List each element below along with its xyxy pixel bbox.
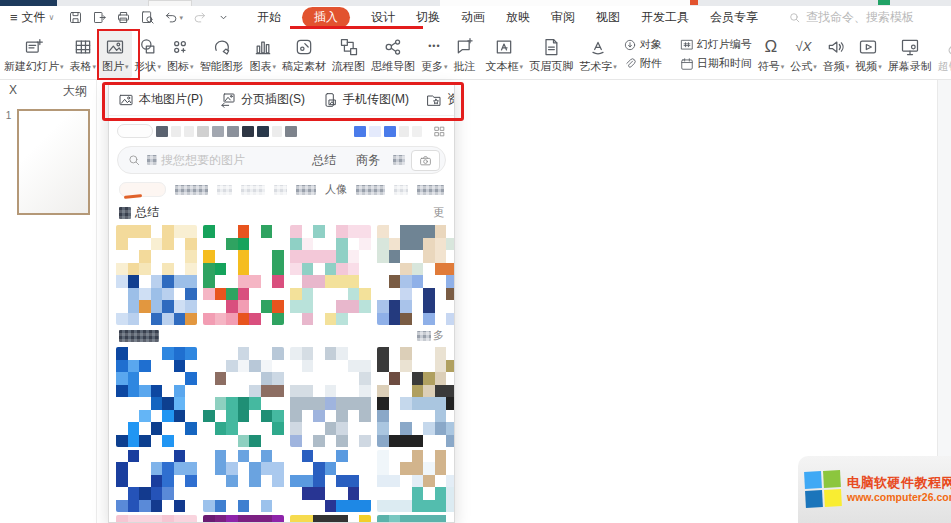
stock-image-thumbnail[interactable]: [116, 347, 197, 447]
grid-view-icon[interactable]: [433, 125, 446, 138]
slide-thumbnail[interactable]: [17, 109, 90, 215]
stock-image-thumbnail[interactable]: [116, 225, 197, 325]
file-menu[interactable]: 文件 ∨: [22, 9, 55, 26]
category-tab-censored[interactable]: [412, 126, 422, 137]
ribbon-图表-button[interactable]: 图表▾: [247, 30, 280, 78]
stock-image-thumbnail[interactable]: [203, 450, 284, 512]
category-tab-censored[interactable]: [354, 126, 366, 137]
ribbon-日期和时间[interactable]: 日期和时间: [680, 56, 752, 71]
save-button[interactable]: [68, 10, 83, 25]
ribbon-稿定素材-button[interactable]: 稿定素材: [279, 30, 329, 78]
tab-开发工具[interactable]: 开发工具: [641, 9, 689, 26]
ribbon-视频-button[interactable]: 视频▾: [852, 30, 885, 78]
category-tab-censored[interactable]: [171, 126, 181, 137]
tab-会员专享[interactable]: 会员专享: [710, 9, 758, 26]
category-tab-censored[interactable]: [257, 126, 269, 137]
hamburger-icon[interactable]: ≡: [10, 10, 18, 25]
stock-image-thumbnail[interactable]: [290, 225, 371, 325]
slides-tab[interactable]: X: [9, 83, 17, 100]
quick-tag[interactable]: 总结: [305, 152, 343, 169]
stock-image-thumbnail[interactable]: [203, 225, 284, 325]
ribbon-音频-button[interactable]: 音频▾: [820, 30, 853, 78]
ribbon-智能图形-button[interactable]: 智能图形: [197, 30, 247, 78]
ribbon-屏幕录制-button[interactable]: 屏幕录制: [885, 30, 935, 78]
section-more-link[interactable]: 更: [433, 205, 444, 220]
tab-动画[interactable]: 动画: [461, 9, 485, 26]
undo-button[interactable]: ▾: [164, 10, 183, 25]
stock-image-thumbnail[interactable]: [116, 515, 197, 523]
category-tab-censored[interactable]: [272, 126, 282, 137]
ribbon-超链接-button[interactable]: 超链接▾: [935, 30, 951, 78]
outline-tab[interactable]: 大纲: [63, 83, 87, 100]
ribbon-幻灯片编号[interactable]: 幻灯片编号: [680, 37, 752, 52]
category-tab-pill[interactable]: [117, 124, 153, 138]
ribbon-形状-button[interactable]: 形状▾: [132, 30, 165, 78]
stock-image-thumbnail[interactable]: [377, 347, 455, 447]
menu-item-本地图片(P)[interactable]: 本地图片(P): [118, 91, 203, 108]
filter-chip-censored[interactable]: [417, 185, 444, 195]
stock-image-thumbnail[interactable]: [377, 450, 455, 512]
filter-chip-censored[interactable]: [394, 185, 408, 195]
category-tab-censored[interactable]: [369, 126, 381, 137]
command-search[interactable]: 查找命令、搜索模板: [788, 9, 914, 26]
ribbon-页眉页脚-button[interactable]: 页眉页脚: [526, 30, 576, 78]
tab-设计[interactable]: 设计: [371, 9, 395, 26]
search-by-image-button[interactable]: [411, 150, 440, 171]
tab-开始[interactable]: 开始: [257, 9, 281, 26]
stock-image-thumbnail[interactable]: [203, 347, 284, 447]
ribbon-公式-button[interactable]: √X公式▾: [787, 30, 820, 78]
filter-chip-censored[interactable]: [356, 185, 385, 195]
redo-button[interactable]: [192, 10, 207, 25]
category-tab-censored[interactable]: [212, 126, 224, 137]
ribbon-图标-button[interactable]: 图标▾: [164, 30, 197, 78]
category-tab-censored[interactable]: [184, 126, 194, 137]
ribbon-批注-button[interactable]: 批注: [451, 30, 479, 78]
menu-item-手机传图(M)[interactable]: 手机传图(M): [322, 91, 409, 108]
ribbon-表格-button[interactable]: 表格▾: [67, 30, 100, 78]
tab-切换[interactable]: 切换: [416, 9, 440, 26]
filter-chip-人像[interactable]: 人像: [325, 182, 347, 197]
tab-审阅[interactable]: 审阅: [551, 9, 575, 26]
stock-image-thumbnail[interactable]: [377, 225, 455, 325]
ribbon-符号-button[interactable]: Ω符号▾: [755, 30, 788, 78]
collapse-button[interactable]: [216, 10, 231, 25]
category-tab-censored[interactable]: [285, 126, 297, 137]
category-tab-censored[interactable]: [156, 126, 168, 137]
ribbon-图片-button[interactable]: 图片▾: [99, 30, 132, 78]
category-tab-censored[interactable]: [227, 126, 239, 137]
ribbon-对象[interactable]: 对象: [623, 37, 670, 52]
undo-dropdown-icon[interactable]: ▾: [179, 14, 183, 21]
tab-放映[interactable]: 放映: [506, 9, 530, 26]
stock-image-thumbnail[interactable]: [377, 515, 455, 523]
ribbon-文本框-button[interactable]: 文本框▾: [483, 30, 527, 78]
stock-image-thumbnail[interactable]: [290, 347, 371, 447]
tab-插入[interactable]: 插入: [302, 7, 350, 28]
filter-chip-censored[interactable]: [274, 185, 288, 195]
filter-chip-censored[interactable]: [175, 185, 208, 195]
menu-item-分页插图(S)[interactable]: 分页插图(S): [220, 91, 305, 108]
print-button[interactable]: [116, 10, 131, 25]
stock-image-thumbnail[interactable]: [203, 515, 284, 523]
stock-image-thumbnail[interactable]: [290, 450, 371, 512]
filter-chip-censored[interactable]: [241, 185, 264, 195]
category-tab-censored[interactable]: [384, 126, 396, 137]
category-tab-censored[interactable]: [242, 126, 254, 137]
export-button[interactable]: [92, 10, 107, 25]
ribbon-流程图-button[interactable]: 流程图: [329, 30, 368, 78]
category-tab-censored[interactable]: [197, 126, 209, 137]
menu-item-资源夹图片[interactable]: 资源夹图片: [426, 91, 455, 108]
ribbon-附件[interactable]: 附件: [623, 56, 670, 71]
stock-image-thumbnail[interactable]: [290, 515, 371, 523]
ribbon-更多-button[interactable]: •••更多▾: [418, 30, 451, 78]
category-tab-censored[interactable]: [399, 126, 409, 137]
quick-tag[interactable]: 商务: [349, 152, 387, 169]
print-preview-button[interactable]: [140, 10, 155, 25]
stock-image-thumbnail[interactable]: [116, 450, 197, 512]
filter-chip-selected[interactable]: [119, 182, 166, 197]
ribbon-艺术字-button[interactable]: 艺术字▾: [576, 30, 620, 78]
image-search-bar[interactable]: 搜您想要的图片 总结 商务: [117, 146, 446, 174]
filter-chip-censored[interactable]: [217, 185, 233, 195]
section-more-link[interactable]: 多: [417, 328, 444, 343]
tab-视图[interactable]: 视图: [596, 9, 620, 26]
filter-chip-censored[interactable]: [296, 185, 315, 195]
